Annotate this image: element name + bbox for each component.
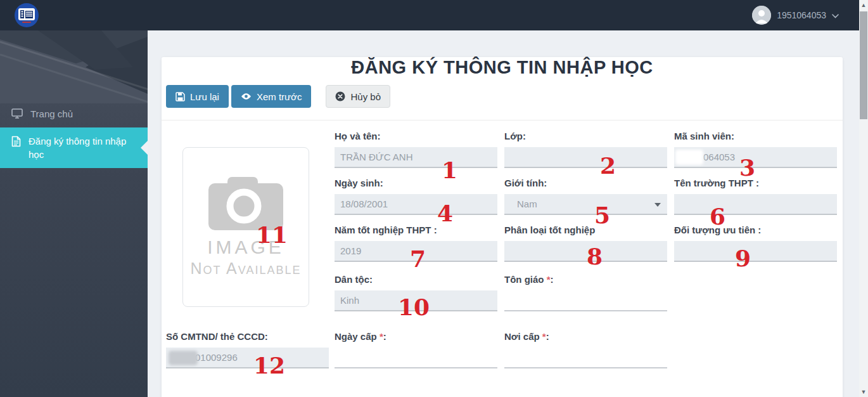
cancel-icon xyxy=(335,91,345,101)
field-class: Lớp: xyxy=(504,131,667,168)
field-label: Mã sinh viên: xyxy=(674,131,837,143)
field-label: Đối tượng ưu tiên : xyxy=(674,225,837,237)
field-graduation-year: Năm tốt nghiệp THPT : 2019 xyxy=(335,225,497,262)
field-birth-date: Ngày sinh: 18/08/2001 xyxy=(335,178,497,215)
save-button-label: Lưu lại xyxy=(190,91,219,102)
scrollbar[interactable]: ▲ ▼ xyxy=(859,0,868,397)
field-label: Số CMTND/ thẻ CCCD: xyxy=(166,331,329,344)
university-logo[interactable] xyxy=(14,3,39,28)
field-label: Ngày sinh: xyxy=(335,178,497,190)
graduation-type-input[interactable] xyxy=(504,241,667,262)
field-label: Tôn giáo xyxy=(504,274,544,285)
avatar xyxy=(752,6,771,25)
sidebar-item-enrollment[interactable]: Đăng ký thông tin nhập học xyxy=(0,127,148,168)
gender-select[interactable]: Nam xyxy=(504,194,667,215)
graduation-year-input[interactable]: 2019 xyxy=(335,241,497,262)
field-issue-date: Ngày cấp *: xyxy=(335,331,497,368)
field-label: Năm tốt nghiệp THPT : xyxy=(335,225,497,237)
toolbar: Lưu lại Xem trước Hủy bỏ xyxy=(166,85,843,108)
redaction-patch xyxy=(169,351,198,365)
full-name-input[interactable]: TRẦN ĐỨC ANH xyxy=(335,147,497,168)
religion-input[interactable] xyxy=(504,290,667,311)
eye-icon xyxy=(241,93,252,100)
page-title: ĐĂNG KÝ THÔNG TIN NHẬP HỌC xyxy=(162,57,843,78)
document-icon xyxy=(11,136,21,147)
label-colon: : xyxy=(551,274,554,285)
scrollbar-thumb[interactable] xyxy=(860,11,867,119)
chevron-down-icon xyxy=(832,14,839,18)
ethnicity-input[interactable]: Kinh xyxy=(335,290,497,311)
field-label: Ngày cấp xyxy=(335,331,377,342)
camera-icon xyxy=(208,177,283,230)
field-label: Nơi cấp xyxy=(504,331,540,342)
image-na-line2: Not Available xyxy=(190,259,301,278)
highschool-name-input[interactable] xyxy=(674,194,837,215)
monitor-icon xyxy=(11,108,23,119)
issue-place-input[interactable] xyxy=(504,348,667,368)
select-caret-icon xyxy=(654,203,661,207)
field-label: Dân tộc: xyxy=(335,274,497,287)
field-issue-place: Nơi cấp *: xyxy=(504,331,667,368)
field-label: Tên trường THPT : xyxy=(674,178,837,190)
field-ethnicity: Dân tộc: Kinh xyxy=(335,274,497,311)
photo-placeholder[interactable]: IMAGE Not Available xyxy=(182,147,309,307)
label-colon: : xyxy=(546,331,549,342)
sidebar-nav: Trang chủ Đăng ký thông tin nhập học xyxy=(0,100,148,168)
sidebar: Trang chủ Đăng ký thông tin nhập học xyxy=(0,30,148,397)
form-body: IMAGE Not Available Họ và tên: TRẦN ĐỨC … xyxy=(162,120,843,397)
field-label: Phân loại tốt nghiệp xyxy=(504,225,667,237)
id-number-input[interactable]: 01009296 xyxy=(166,348,329,368)
sidebar-decoration xyxy=(0,30,148,103)
preview-button[interactable]: Xem trước xyxy=(231,85,312,108)
enrollment-form-card: ĐĂNG KÝ THÔNG TIN NHẬP HỌC Lưu lại Xem t… xyxy=(162,57,843,397)
cancel-button[interactable]: Hủy bỏ xyxy=(326,85,390,108)
scrollbar-up-icon[interactable]: ▲ xyxy=(859,0,868,10)
save-icon xyxy=(176,92,185,101)
preview-button-label: Xem trước xyxy=(257,91,302,102)
top-navbar: 1951064053 xyxy=(0,0,868,30)
save-button[interactable]: Lưu lại xyxy=(166,85,229,108)
person-icon xyxy=(752,6,771,25)
priority-group-input[interactable] xyxy=(674,241,837,262)
sidebar-item-home[interactable]: Trang chủ xyxy=(0,100,148,127)
redaction-patch xyxy=(675,150,703,165)
user-id: 1951064053 xyxy=(777,10,826,20)
app-window: 1951064053 Trang chủ xyxy=(0,0,868,397)
field-religion: Tôn giáo *: xyxy=(504,274,667,311)
field-priority-group: Đối tượng ưu tiên : xyxy=(674,225,837,262)
class-input[interactable] xyxy=(504,147,667,168)
student-id-input[interactable]: 064053 xyxy=(674,147,837,168)
field-label: Lớp: xyxy=(504,131,667,143)
user-menu[interactable]: 1951064053 xyxy=(752,6,839,25)
field-gender: Giới tính: Nam xyxy=(504,178,667,215)
label-colon: : xyxy=(383,331,386,342)
field-label: Họ và tên: xyxy=(335,131,497,143)
sidebar-item-label: Trang chủ xyxy=(30,107,73,120)
scrollbar-down-icon[interactable]: ▼ xyxy=(859,387,868,397)
field-highschool-name: Tên trường THPT : xyxy=(674,178,837,215)
field-graduation-type: Phân loại tốt nghiệp xyxy=(504,225,667,262)
field-student-id: Mã sinh viên: 064053 xyxy=(674,131,837,168)
birth-date-input[interactable]: 18/08/2001 xyxy=(335,194,497,215)
main-content: ĐĂNG KÝ THÔNG TIN NHẬP HỌC Lưu lại Xem t… xyxy=(148,30,859,397)
issue-date-input[interactable] xyxy=(335,348,497,368)
cancel-button-label: Hủy bỏ xyxy=(350,91,381,102)
sidebar-item-label: Đăng ký thông tin nhập học xyxy=(29,134,139,161)
image-na-line1: IMAGE xyxy=(207,237,284,258)
university-logo-icon xyxy=(14,3,39,28)
field-id-number: Số CMTND/ thẻ CCCD: 01009296 xyxy=(166,331,329,368)
field-full-name: Họ và tên: TRẦN ĐỨC ANH xyxy=(335,131,497,168)
field-label: Giới tính: xyxy=(504,178,667,190)
